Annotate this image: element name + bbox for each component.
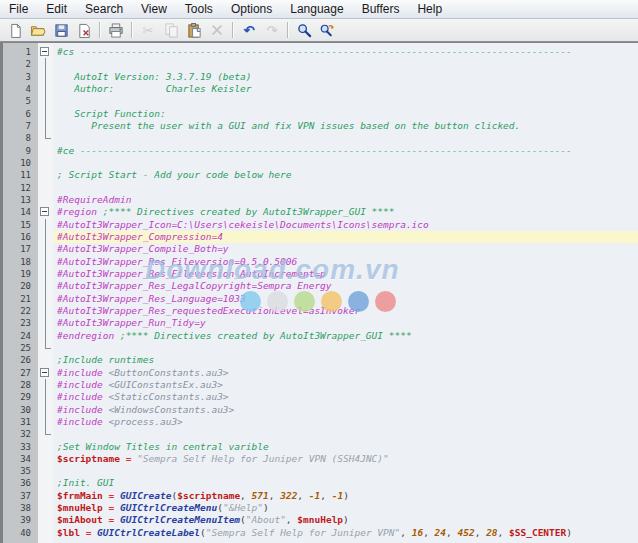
line-number[interactable]: 35 [3, 465, 38, 477]
code-text[interactable]: #AutoIt3Wrapper_Res_Fileversion=0.5.0.50… [53, 256, 638, 268]
line-number[interactable]: 34 [3, 453, 38, 465]
line-number[interactable]: 3 [3, 71, 38, 83]
code-text[interactable]: #endregion ;**** Directives created by A… [53, 330, 638, 342]
line-number[interactable]: 21 [3, 293, 38, 305]
line-number[interactable]: 5 [3, 95, 38, 107]
line-number[interactable]: 24 [3, 330, 38, 342]
code-text[interactable]: $scriptname = "Sempra Self Help for Juni… [53, 453, 638, 465]
line-number[interactable]: 1 [3, 46, 38, 58]
cut-button[interactable]: ✂ [137, 20, 159, 41]
fold-toggle[interactable] [38, 206, 53, 218]
code-text[interactable]: #AutoIt3Wrapper_Run_Tidy=y [53, 317, 638, 329]
line-number[interactable]: 38 [3, 502, 38, 514]
code-text[interactable]: #AutoIt3Wrapper_Compile_Both=y [53, 243, 638, 255]
line-number[interactable]: 37 [3, 490, 38, 502]
code-text[interactable]: #ce ------------------------------------… [53, 145, 638, 157]
fold-collapse-icon[interactable] [40, 207, 49, 216]
code-text[interactable] [53, 342, 638, 354]
line-number[interactable]: 39 [3, 514, 38, 526]
code-text[interactable]: Author: Charles Keisler [53, 83, 638, 95]
line-number[interactable]: 28 [3, 379, 38, 391]
code-text[interactable]: #RequireAdmin [53, 194, 638, 206]
paste-button[interactable] [183, 20, 205, 41]
line-number[interactable]: 27 [3, 367, 38, 379]
line-number[interactable]: 17 [3, 243, 38, 255]
code-text[interactable]: #include <WindowsConstants.au3> [53, 404, 638, 416]
line-number[interactable]: 8 [3, 132, 38, 144]
line-number[interactable]: 9 [3, 145, 38, 157]
code-text[interactable]: #include <ButtonConstants.au3> [53, 367, 638, 379]
line-number[interactable]: 2 [3, 58, 38, 70]
code-text[interactable]: #include <StaticConstants.au3> [53, 391, 638, 403]
line-number[interactable]: 11 [3, 169, 38, 181]
code-text[interactable]: #include <GUIConstantsEx.au3> [53, 379, 638, 391]
fold-collapse-icon[interactable] [40, 368, 49, 377]
new-file-button[interactable] [4, 20, 26, 41]
menu-view[interactable]: View [132, 1, 176, 18]
code-text[interactable]: $mnuHelp = GUICtrlCreateMenu("&Help") [53, 502, 638, 514]
save-button[interactable] [50, 20, 72, 41]
code-text[interactable]: Present the user with a GUI and fix VPN … [53, 120, 638, 132]
line-number[interactable]: 36 [3, 477, 38, 489]
copy-button[interactable] [160, 20, 182, 41]
line-number[interactable]: 18 [3, 256, 38, 268]
code-text[interactable]: ;Include runtimes [53, 354, 638, 366]
line-number[interactable]: 16 [3, 231, 38, 243]
code-text[interactable]: ;Init. GUI [53, 477, 638, 489]
code-text[interactable]: #AutoIt3Wrapper_Icon=C:\Users\cekeisle\D… [53, 219, 638, 231]
code-text[interactable]: #region ;**** Directives created by Auto… [53, 206, 638, 218]
menu-help[interactable]: Help [408, 1, 451, 18]
code-text[interactable]: #AutoIt3Wrapper_Res_requestedExecutionLe… [53, 305, 638, 317]
line-number[interactable]: 26 [3, 354, 38, 366]
code-text[interactable]: $frmMain = GUICreate($scriptname, 571, 3… [53, 490, 638, 502]
line-number[interactable]: 33 [3, 441, 38, 453]
line-number[interactable]: 29 [3, 391, 38, 403]
line-number[interactable]: 6 [3, 108, 38, 120]
code-text[interactable]: Script Function: [53, 108, 638, 120]
line-number[interactable]: 12 [3, 182, 38, 194]
line-number[interactable]: 19 [3, 268, 38, 280]
code-text[interactable]: #AutoIt3Wrapper_Res_Language=1033 [53, 293, 638, 305]
menu-search[interactable]: Search [76, 1, 132, 18]
line-number[interactable]: 40 [3, 527, 38, 539]
code-text[interactable]: AutoIt Version: 3.3.7.19 (beta) [53, 71, 638, 83]
line-number[interactable]: 25 [3, 342, 38, 354]
line-number[interactable]: 22 [3, 305, 38, 317]
line-number[interactable]: 31 [3, 416, 38, 428]
line-number[interactable]: 30 [3, 404, 38, 416]
code-text[interactable]: #include <process.au3> [53, 416, 638, 428]
line-number[interactable]: 20 [3, 280, 38, 292]
menu-file[interactable]: File [0, 1, 37, 18]
line-number[interactable]: 4 [3, 83, 38, 95]
code-text[interactable] [53, 182, 638, 194]
replace-button[interactable] [316, 20, 338, 41]
fold-toggle[interactable] [38, 367, 53, 379]
line-number[interactable]: 23 [3, 317, 38, 329]
code-area[interactable]: 1#cs -----------------------------------… [3, 46, 638, 539]
fold-toggle[interactable] [38, 46, 53, 58]
menu-buffers[interactable]: Buffers [353, 1, 409, 18]
menu-edit[interactable]: Edit [37, 1, 76, 18]
line-number[interactable]: 32 [3, 428, 38, 440]
close-file-button[interactable] [73, 20, 95, 41]
code-text[interactable]: ; Script Start - Add your code below her… [53, 169, 638, 181]
code-text[interactable]: ;Set Window Titles in central varible [53, 441, 638, 453]
code-text[interactable] [53, 428, 638, 440]
code-text[interactable] [53, 95, 638, 107]
undo-button[interactable]: ↶ [238, 20, 260, 41]
line-number[interactable]: 7 [3, 120, 38, 132]
code-editor[interactable]: 1#cs -----------------------------------… [0, 42, 638, 543]
menu-language[interactable]: Language [281, 1, 352, 18]
fold-collapse-icon[interactable] [40, 47, 49, 56]
code-text[interactable] [53, 465, 638, 477]
code-text[interactable] [53, 157, 638, 169]
line-number[interactable]: 15 [3, 219, 38, 231]
code-text[interactable] [53, 132, 638, 144]
code-text[interactable]: #AutoIt3Wrapper_Res_LegalCopyright=Sempr… [53, 280, 638, 292]
code-text[interactable]: #AutoIt3Wrapper_Res_Fileversion_AutoIncr… [53, 268, 638, 280]
open-file-button[interactable] [27, 20, 49, 41]
delete-button[interactable] [206, 20, 228, 41]
line-number[interactable]: 13 [3, 194, 38, 206]
code-text[interactable] [53, 58, 638, 70]
code-text[interactable]: $lbl = GUICtrlCreateLabel("Sempra Self H… [53, 527, 638, 539]
